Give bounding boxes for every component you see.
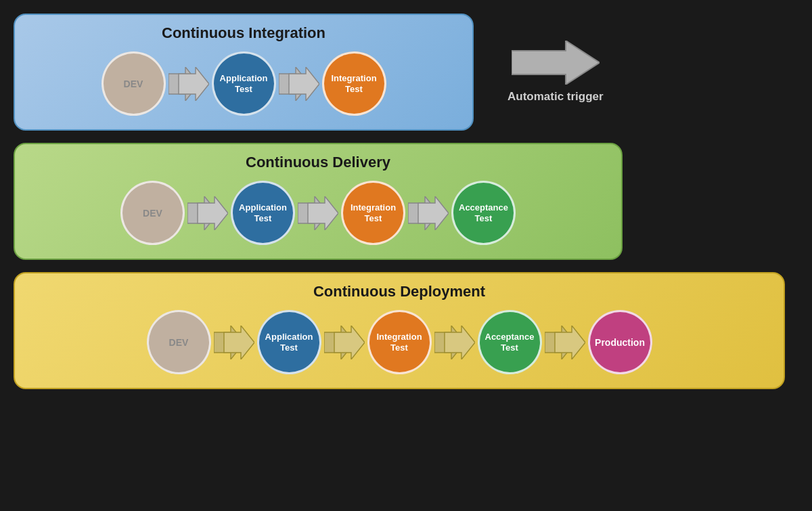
cdep-arrow-4 [545,326,585,359]
cdep-production-circle: Production [588,310,652,374]
cdep-title: Continuous Deployment [313,283,485,301]
auto-trigger-arrow-icon [512,41,600,85]
cd-dev-circle: DEV [120,181,185,245]
svg-marker-6 [198,196,228,230]
cdep-pipeline-box: Continuous Deployment DEV Application Te… [14,272,785,389]
svg-marker-16 [445,326,475,359]
svg-marker-14 [334,326,365,359]
svg-marker-10 [418,196,449,230]
svg-marker-3 [289,67,319,101]
ci-arrow-2 [279,67,319,101]
cd-arrow-2 [298,196,338,230]
cdep-int-test-circle: Integration Test [367,310,432,374]
cdep-arrow-2 [324,326,365,359]
cdep-arrow-3 [434,326,475,359]
svg-marker-1 [179,67,209,101]
svg-marker-18 [555,326,585,359]
cdep-acc-test-circle: Acceptance Test [478,310,542,374]
ci-int-test-circle: Integration Test [322,51,386,116]
cd-int-test-circle: Integration Test [341,181,405,245]
svg-marker-4 [512,41,600,85]
ci-app-test-circle: Application Test [212,51,276,116]
cd-arrow-3 [408,196,449,230]
ci-stages: DEV Application Test [102,51,386,116]
svg-marker-12 [224,326,254,359]
cd-stages: DEV Application Test Integration Test [120,181,516,245]
auto-trigger-container: Automatic trigger [508,41,604,104]
cd-acc-test-circle: Acceptance Test [451,181,516,245]
cd-title: Continuous Delivery [246,154,390,171]
cd-pipeline-box: Continuous Delivery DEV Application Test [14,143,623,260]
cdep-dev-circle: DEV [147,310,211,374]
cdep-app-test-circle: Application Test [257,310,321,374]
ci-dev-circle: DEV [102,51,166,116]
cd-app-test-circle: Application Test [231,181,295,245]
ci-pipeline-box: Continuous Integration DEV Application T… [14,14,474,131]
svg-marker-8 [308,196,338,230]
main-container: Continuous Integration DEV Application T… [0,0,812,511]
cdep-arrow-1 [214,326,254,359]
auto-trigger-label: Automatic trigger [508,90,604,104]
cd-arrow-1 [187,196,228,230]
ci-arrow-1 [168,67,209,101]
cdep-stages: DEV Application Test Integration Test [147,310,652,374]
ci-title: Continuous Integration [162,24,325,42]
